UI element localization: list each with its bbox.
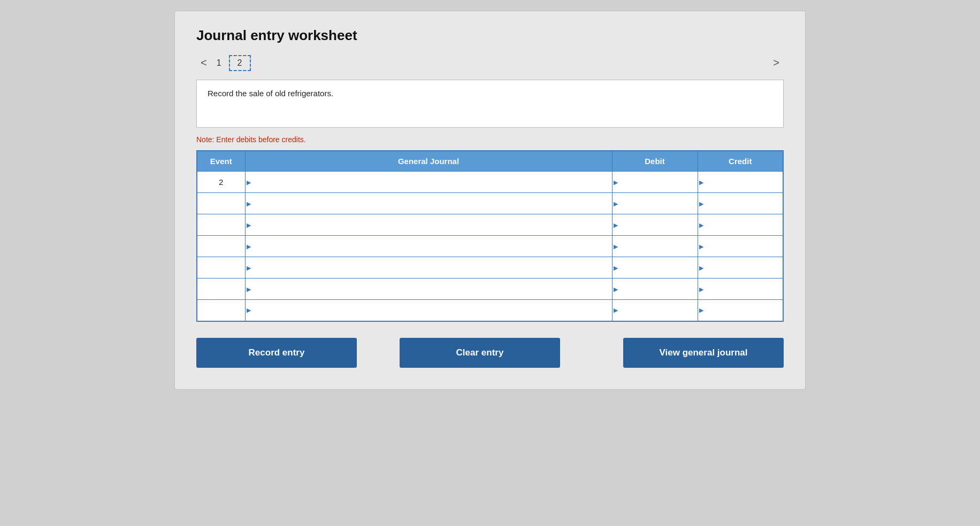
- event-cell-2: [197, 214, 245, 236]
- header-general-journal: General Journal: [245, 151, 612, 172]
- journal-input-1[interactable]: [246, 193, 612, 214]
- credit-input-0[interactable]: [698, 172, 783, 192]
- event-cell-0: 2: [197, 172, 245, 193]
- credit-cell-0[interactable]: ▶: [698, 172, 783, 193]
- credit-cell-3[interactable]: ▶: [698, 236, 783, 257]
- journal-cell-4[interactable]: ▶: [245, 257, 612, 279]
- table-row: ▶▶▶: [197, 214, 783, 236]
- view-general-journal-button[interactable]: View general journal: [623, 338, 784, 368]
- journal-cell-3[interactable]: ▶: [245, 236, 612, 257]
- journal-cell-0[interactable]: ▶: [245, 172, 612, 193]
- event-cell-5: [197, 279, 245, 300]
- table-row: ▶▶▶: [197, 279, 783, 300]
- debit-input-4[interactable]: [612, 257, 698, 278]
- event-cell-3: [197, 236, 245, 257]
- credit-input-6[interactable]: [698, 300, 783, 321]
- journal-cell-1[interactable]: ▶: [245, 193, 612, 214]
- journal-cell-2[interactable]: ▶: [245, 214, 612, 236]
- journal-input-6[interactable]: [246, 300, 612, 321]
- table-row: 2▶▶▶: [197, 172, 783, 193]
- description-text: Record the sale of old refrigerators.: [208, 89, 333, 98]
- page-2-selected[interactable]: 2: [229, 55, 251, 71]
- debit-cell-6[interactable]: ▶: [612, 300, 698, 321]
- debit-input-6[interactable]: [612, 300, 698, 321]
- credit-input-4[interactable]: [698, 257, 783, 278]
- next-arrow[interactable]: >: [769, 55, 784, 71]
- credit-cell-6[interactable]: ▶: [698, 300, 783, 321]
- debit-cell-1[interactable]: ▶: [612, 193, 698, 214]
- credit-cell-4[interactable]: ▶: [698, 257, 783, 279]
- buttons-row: Record entry Clear entry View general jo…: [196, 338, 784, 368]
- header-debit: Debit: [612, 151, 698, 172]
- debit-input-3[interactable]: [612, 236, 698, 257]
- journal-input-2[interactable]: [246, 214, 612, 235]
- event-cell-4: [197, 257, 245, 279]
- clear-entry-button[interactable]: Clear entry: [400, 338, 560, 368]
- journal-input-5[interactable]: [246, 279, 612, 299]
- credit-input-3[interactable]: [698, 236, 783, 257]
- debit-cell-2[interactable]: ▶: [612, 214, 698, 236]
- journal-input-4[interactable]: [246, 257, 612, 278]
- pagination-row: < 1 2 >: [196, 55, 784, 71]
- debit-input-1[interactable]: [612, 193, 698, 214]
- credit-input-2[interactable]: [698, 214, 783, 235]
- debit-input-0[interactable]: [612, 172, 698, 192]
- debit-cell-5[interactable]: ▶: [612, 279, 698, 300]
- main-container: Journal entry worksheet < 1 2 > Record t…: [174, 11, 806, 390]
- journal-table: Event General Journal Debit Credit 2▶▶▶▶…: [196, 150, 784, 322]
- event-cell-1: [197, 193, 245, 214]
- debit-input-5[interactable]: [612, 279, 698, 299]
- journal-cell-6[interactable]: ▶: [245, 300, 612, 321]
- credit-cell-1[interactable]: ▶: [698, 193, 783, 214]
- credit-cell-5[interactable]: ▶: [698, 279, 783, 300]
- table-row: ▶▶▶: [197, 236, 783, 257]
- header-credit: Credit: [698, 151, 783, 172]
- credit-input-1[interactable]: [698, 193, 783, 214]
- debit-input-2[interactable]: [612, 214, 698, 235]
- record-entry-button[interactable]: Record entry: [196, 338, 357, 368]
- debit-cell-3[interactable]: ▶: [612, 236, 698, 257]
- note-text: Note: Enter debits before credits.: [196, 135, 784, 144]
- event-cell-6: [197, 300, 245, 321]
- page-1-number[interactable]: 1: [217, 58, 221, 68]
- credit-cell-2[interactable]: ▶: [698, 214, 783, 236]
- header-event: Event: [197, 151, 245, 172]
- debit-cell-4[interactable]: ▶: [612, 257, 698, 279]
- journal-cell-5[interactable]: ▶: [245, 279, 612, 300]
- page-title: Journal entry worksheet: [196, 27, 784, 44]
- journal-input-3[interactable]: [246, 236, 612, 257]
- table-row: ▶▶▶: [197, 300, 783, 321]
- table-row: ▶▶▶: [197, 257, 783, 279]
- table-row: ▶▶▶: [197, 193, 783, 214]
- debit-cell-0[interactable]: ▶: [612, 172, 698, 193]
- description-box: Record the sale of old refrigerators.: [196, 80, 784, 128]
- journal-input-0[interactable]: [246, 172, 612, 192]
- prev-arrow[interactable]: <: [196, 55, 211, 71]
- credit-input-5[interactable]: [698, 279, 783, 299]
